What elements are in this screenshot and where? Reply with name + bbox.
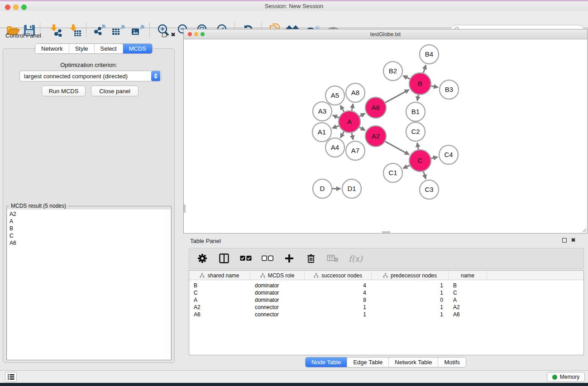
graph-node-C[interactable]: C: [409, 150, 431, 172]
table-cell[interactable]: dominator: [250, 289, 305, 296]
settings-gear-icon[interactable]: [196, 253, 208, 264]
table-row[interactable]: Adominator80A: [189, 296, 583, 304]
graph-node-A3[interactable]: A3: [313, 102, 332, 121]
table-cell[interactable]: 1: [372, 289, 449, 296]
table-cell[interactable]: A: [189, 296, 250, 304]
float-table-panel-icon[interactable]: [562, 238, 567, 243]
graph-node-A4[interactable]: A4: [325, 138, 344, 157]
table-cell[interactable]: C: [189, 289, 250, 296]
table-cell[interactable]: B: [449, 282, 487, 289]
graph-edge-A2-C[interactable]: [385, 142, 409, 155]
table-cell[interactable]: A2: [449, 304, 487, 311]
graph-node-C2[interactable]: C2: [406, 122, 425, 141]
graph-edge-A-A8[interactable]: [352, 104, 353, 110]
table-cell[interactable]: 1: [372, 311, 449, 318]
graph-node-B3[interactable]: B3: [440, 80, 459, 99]
graph-edge-A-A5[interactable]: [340, 105, 344, 112]
table-cell[interactable]: A2: [189, 304, 250, 311]
graph-node-A1[interactable]: A1: [312, 123, 331, 142]
table-cell[interactable]: 4: [305, 289, 372, 296]
graph-edge-C-C4[interactable]: [431, 157, 437, 158]
graph-edge-C-C3[interactable]: [423, 172, 425, 179]
resize-grip-icon[interactable]: [581, 227, 587, 233]
table-cell[interactable]: 0: [372, 296, 449, 304]
graph-edge-A-A7[interactable]: [352, 133, 353, 139]
import-table-icon[interactable]: [67, 24, 84, 37]
float-panel-icon[interactable]: [162, 33, 167, 37]
select-all-columns-icon[interactable]: [240, 253, 252, 264]
task-history-button[interactable]: [5, 372, 17, 382]
tab-edge-table[interactable]: Edge Table: [347, 357, 388, 367]
table-cell[interactable]: C: [449, 289, 487, 296]
column-header-name[interactable]: name: [449, 271, 487, 280]
table-cell[interactable]: A: [449, 296, 487, 304]
table-cell[interactable]: 1: [305, 311, 372, 318]
network-canvas[interactable]: AA1A2A3A4A5A6A7A8BB1B2B3B4CC1C2C3C4DD1: [184, 39, 587, 233]
export-network-icon[interactable]: [91, 24, 108, 37]
graph-node-B4[interactable]: B4: [420, 45, 439, 64]
run-mcds-button[interactable]: Run MCDS: [42, 86, 86, 96]
mcds-result-item[interactable]: A: [7, 218, 165, 225]
graph-node-B2[interactable]: B2: [383, 62, 402, 81]
import-network-icon[interactable]: [47, 24, 64, 37]
tab-network-table[interactable]: Network Table: [388, 357, 438, 367]
mcds-result-item[interactable]: A6: [7, 239, 165, 247]
table-cell[interactable]: 1: [372, 304, 449, 311]
table-cell[interactable]: 8: [305, 296, 372, 304]
network-vertical-scroll-thumb[interactable]: [184, 205, 186, 213]
graph-edge-B-B2[interactable]: [403, 76, 410, 79]
table-cell[interactable]: A6: [189, 311, 250, 318]
table-cell[interactable]: connector: [250, 311, 305, 318]
table-row[interactable]: Bdominator41B: [189, 282, 583, 289]
table-row[interactable]: Cdominator41C: [189, 289, 583, 296]
graph-node-A[interactable]: A: [339, 111, 360, 133]
graph-node-B[interactable]: B: [409, 73, 431, 95]
graph-node-D[interactable]: D: [313, 179, 332, 198]
graph-node-A5[interactable]: A5: [325, 86, 344, 105]
graph-edge-B-B3[interactable]: [431, 86, 438, 87]
table-cell[interactable]: dominator: [250, 282, 305, 289]
mcds-result-item[interactable]: C: [7, 232, 165, 239]
column-header-MCDS-role[interactable]: MCDS role: [250, 271, 305, 280]
graph-node-D1[interactable]: D1: [342, 179, 361, 198]
graph-node-C3[interactable]: C3: [420, 180, 439, 199]
graph-node-B1[interactable]: B1: [406, 102, 425, 121]
table-cell[interactable]: A6: [449, 311, 487, 318]
graph-node-C1[interactable]: C1: [383, 163, 402, 182]
table-cell[interactable]: 1: [372, 282, 449, 289]
memory-button[interactable]: Memory: [547, 372, 585, 382]
table-cell[interactable]: 1: [305, 304, 372, 311]
graph-node-A2[interactable]: A2: [365, 126, 386, 147]
graph-edge-C-C1[interactable]: [403, 165, 410, 168]
add-column-icon[interactable]: [283, 253, 295, 264]
table-row[interactable]: A2connector11A2: [189, 304, 583, 311]
column-header-successor-nodes[interactable]: successor nodes: [305, 271, 372, 280]
graph-edge-A6-B[interactable]: [385, 90, 409, 102]
table-row[interactable]: A6connector11A6: [189, 311, 583, 318]
graph-node-C4[interactable]: C4: [439, 145, 458, 164]
network-window-titlebar[interactable]: testGlobe.txt: [184, 29, 587, 39]
close-table-panel-icon[interactable]: ✖: [571, 238, 576, 243]
tab-network[interactable]: Network: [35, 44, 69, 53]
mcds-result-item[interactable]: B: [7, 225, 165, 232]
graph-edge-B-B4[interactable]: [423, 65, 425, 73]
tab-motifs[interactable]: Motifs: [438, 357, 466, 367]
close-panel-button[interactable]: Close panel: [91, 86, 139, 96]
table-cell[interactable]: connector: [250, 304, 305, 311]
tab-select[interactable]: Select: [94, 44, 123, 53]
graph-edge-C-C2[interactable]: [417, 143, 418, 150]
tab-node-table[interactable]: Node Table: [306, 357, 347, 367]
tab-mcds[interactable]: MCDS: [123, 44, 152, 53]
graph-edge-A-A1[interactable]: [332, 126, 339, 128]
criterion-dropdown[interactable]: largest connected component (directed): [19, 71, 161, 81]
graph-edge-A-A6[interactable]: [359, 114, 365, 116]
graph-edge-A-A4[interactable]: [340, 132, 344, 138]
table-cell[interactable]: 4: [305, 282, 372, 289]
column-header-predecessor-nodes[interactable]: predecessor nodes: [372, 271, 449, 280]
show-columns-icon[interactable]: [218, 253, 230, 264]
column-header-shared-name[interactable]: shared name: [189, 271, 250, 280]
export-table-icon[interactable]: [110, 24, 127, 37]
network-graph[interactable]: AA1A2A3A4A5A6A7A8BB1B2B3B4CC1C2C3C4DD1: [184, 39, 587, 233]
mcds-result-scrollbar[interactable]: [165, 210, 171, 360]
graph-node-A6[interactable]: A6: [365, 97, 386, 118]
